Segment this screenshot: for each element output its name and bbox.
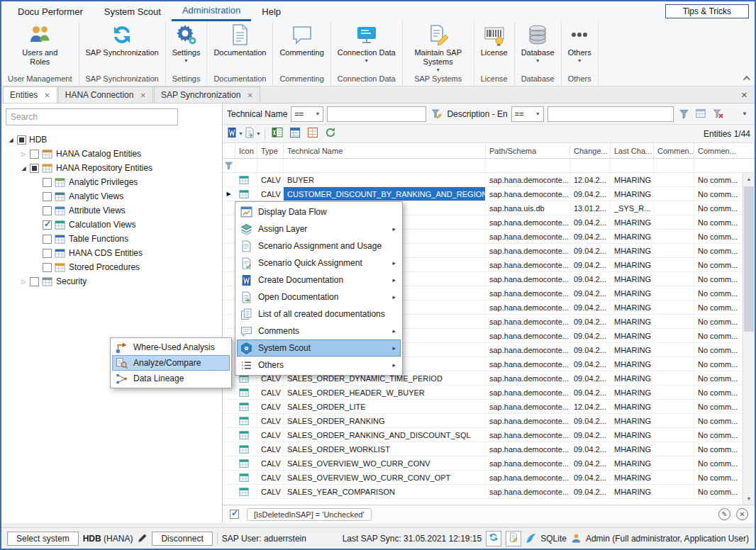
menu-item-assign-layer[interactable]: Assign Layer▸ <box>237 220 401 237</box>
scrollbar-down-icon[interactable]: ▼ <box>743 493 755 505</box>
tab-sap-synchronization[interactable]: SAP Synchronization✕ <box>154 86 260 103</box>
tree-checkbox[interactable] <box>43 249 52 258</box>
ribbon-button-documentation[interactable]: Documentation <box>213 23 266 74</box>
column-header-icon[interactable]: Icon <box>235 143 257 158</box>
ribbon-button-settings[interactable]: Settings▼ <box>172 23 201 74</box>
submenu-item-data-lineage[interactable]: Data Lineage <box>112 371 230 386</box>
tab-hana-connection[interactable]: HANA Connection✕ <box>58 86 153 103</box>
tab-close-icon[interactable]: ✕ <box>44 91 50 99</box>
sync-log-button[interactable] <box>506 531 521 546</box>
tab-entities[interactable]: Entities✕ <box>3 86 57 103</box>
table-row[interactable]: CALVSALES_ORDER_LITEsap.hana.democonte..… <box>223 400 743 414</box>
tree-item-analytic-views[interactable]: Analytic Views <box>1 189 222 203</box>
tree-item-table-functions[interactable]: Table Functions <box>1 232 222 246</box>
tree-item-analytic-privileges[interactable]: Analytic Privileges <box>1 175 222 189</box>
tree-checkbox[interactable] <box>43 220 52 230</box>
menu-item-display-data-flow[interactable]: Display Data Flow <box>237 203 401 220</box>
search-input[interactable] <box>6 108 178 125</box>
collapse-icon[interactable]: ◢ <box>6 137 16 143</box>
tab-close-icon[interactable]: ✕ <box>247 91 252 99</box>
ribbon-button-others[interactable]: Others▼ <box>568 23 591 74</box>
tree-item-hana-cds-entities[interactable]: HANA CDS Entities <box>1 246 222 260</box>
menu-item-docu-performer[interactable]: Docu Performer <box>7 1 94 21</box>
column-header-last-cha[interactable]: Last Cha... <box>611 143 654 158</box>
filter-edit-icon[interactable] <box>430 107 443 120</box>
table-row[interactable]: CALVSALES_ORDER_RANKINGsap.hana.democont… <box>223 414 743 428</box>
ribbon-button-maintain-sap-systems[interactable]: Maintain SAP Systems▼ <box>409 23 467 74</box>
menu-item-system-scout[interactable]: System Scout▸ <box>237 339 401 357</box>
sync-now-button[interactable] <box>486 531 501 546</box>
tree-checkbox[interactable] <box>30 277 39 286</box>
expand-icon[interactable]: ▷ <box>18 279 29 285</box>
tips-and-tricks-button[interactable]: Tips & Tricks <box>665 4 749 18</box>
tree-item-calculation-views[interactable]: Calculation Views <box>1 218 222 232</box>
table-row[interactable]: CALVSALES_YEAR_COMPARISONsap.hana.democo… <box>223 485 743 499</box>
tree-item-hana-repository-entities[interactable]: ◢HANA Repository Entities <box>1 161 222 175</box>
expand-icon[interactable]: ▷ <box>18 151 29 157</box>
filter-active-checkbox[interactable] <box>230 510 239 519</box>
tree-checkbox[interactable] <box>43 192 52 201</box>
remove-filter-button[interactable]: ✕ <box>736 508 748 520</box>
tree-item-hdb[interactable]: ◢HDB <box>1 133 222 147</box>
tabbar-close-icon[interactable]: ✕ <box>741 91 753 103</box>
table-row[interactable]: CALVSALES_ORDER_HEADER_W_BUYERsap.hana.d… <box>223 386 743 400</box>
ribbon-button-license[interactable]: License <box>481 23 508 74</box>
disconnect-button[interactable]: Disconnect <box>152 532 212 546</box>
column-header-commen[interactable]: Commen... <box>694 143 755 158</box>
ribbon-button-sap-synchronization[interactable]: SAP Synchronization <box>86 23 159 74</box>
tree-checkbox[interactable] <box>17 135 26 145</box>
filter-field1-operator[interactable]: ==▼ <box>291 106 323 122</box>
ribbon-button-users-and-roles[interactable]: Users and Roles <box>18 23 61 74</box>
toolbar-button-create-documentation-icon[interactable]: ▼ <box>227 126 243 141</box>
tab-close-icon[interactable]: ✕ <box>140 91 145 99</box>
filter-advanced-icon[interactable] <box>694 107 708 120</box>
filter-field1-input[interactable] <box>327 106 426 122</box>
tree-checkbox[interactable] <box>30 150 39 159</box>
toolbar-button-export-list-icon[interactable] <box>287 126 303 141</box>
table-row[interactable]: CALVSALES_OVERVIEW_WO_CURR_CONVsap.hana.… <box>223 456 743 471</box>
menu-item-administration[interactable]: Administration <box>172 1 251 21</box>
menu-item-others[interactable]: Others▸ <box>237 357 401 374</box>
toolbar-button-refresh-icon[interactable] <box>323 126 338 141</box>
tree-item-stored-procedures[interactable]: Stored Procedures <box>1 260 222 274</box>
ribbon-button-connection-data[interactable]: Connection Data▼ <box>338 23 396 74</box>
filter-expand-icon[interactable]: ▼ <box>739 111 750 117</box>
table-row[interactable]: CALVSALES_OVERVIEW_WO_CURR_CONV_OPTsap.h… <box>223 471 743 485</box>
ribbon-button-database[interactable]: Database▼ <box>521 23 555 74</box>
tree-checkbox[interactable] <box>43 178 52 187</box>
filter-clear-icon[interactable] <box>711 107 725 120</box>
scrollbar-thumb[interactable] <box>744 186 754 332</box>
select-system-button[interactable]: Select system <box>7 532 79 546</box>
column-header-change[interactable]: Change... <box>570 143 611 158</box>
tree-item-security[interactable]: ▷Security <box>1 274 222 288</box>
toolbar-button-open-documentation-icon[interactable]: ▼ <box>245 126 260 141</box>
menu-item-scenario-assignment-and-usage[interactable]: Scenario Assignment and Usage <box>237 237 401 254</box>
menu-item-open-documentation[interactable]: Open Documentation▸ <box>237 288 401 305</box>
submenu-item-analyze-compare[interactable]: Analyze/Compare <box>112 355 230 371</box>
tree-checkbox[interactable] <box>43 235 52 244</box>
tree-checkbox[interactable] <box>43 263 52 272</box>
menu-item-create-documentation[interactable]: Create Documentation▸ <box>237 271 401 288</box>
menu-item-scenario-quick-assignment[interactable]: Scenario Quick Assignment▸ <box>237 254 401 271</box>
table-row[interactable]: CALVSALES_ORDER_RANKING_AND_DISCOUNT_SQL… <box>223 428 743 442</box>
filter-apply-icon[interactable] <box>677 107 691 120</box>
column-header-commen[interactable]: Commen... <box>654 143 694 158</box>
vertical-scrollbar[interactable]: ▲ ▼ <box>743 173 755 505</box>
toolbar-button-export-excel-icon[interactable] <box>269 126 285 141</box>
column-header-indicator[interactable] <box>223 143 235 158</box>
menu-item-list-of-all-created-documentations[interactable]: List of all created documentations <box>237 305 401 322</box>
filter-field2-input[interactable] <box>547 106 674 122</box>
menu-item-help[interactable]: Help <box>251 1 291 21</box>
tree-checkbox[interactable] <box>30 164 39 173</box>
column-header-type[interactable]: Type <box>257 143 284 158</box>
collapse-icon[interactable]: ◢ <box>18 165 29 172</box>
edit-filter-button[interactable]: ✎ <box>718 508 730 520</box>
toolbar-button-export-grid-icon[interactable] <box>305 126 321 141</box>
tree-item-hana-catalog-entities[interactable]: ▷HANA Catalog Entities <box>1 147 222 161</box>
filter-field2-operator[interactable]: ==▼ <box>511 106 544 122</box>
scrollbar-up-icon[interactable]: ▲ <box>743 173 755 185</box>
table-row[interactable]: CALVSALES_ORDER_WORKLISTsap.hana.democon… <box>223 442 743 456</box>
table-row[interactable]: CALVBUYERsap.hana.democonte...12.04.2...… <box>223 173 743 187</box>
column-header-technical-name[interactable]: Technical Name <box>284 143 486 158</box>
tree-item-attribute-views[interactable]: Attribute Views <box>1 203 222 218</box>
